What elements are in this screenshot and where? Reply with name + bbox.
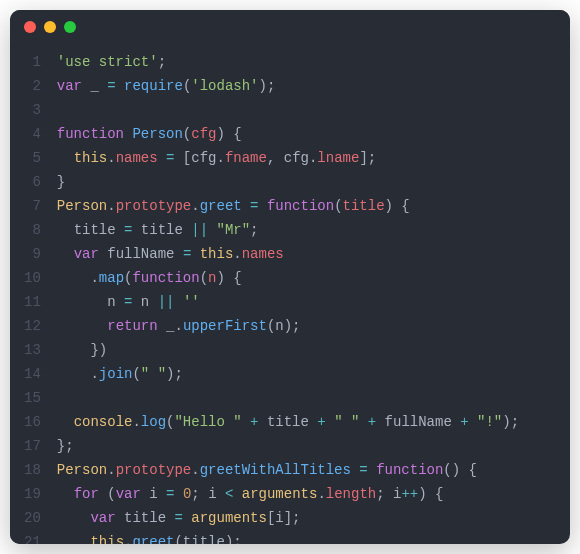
code-line: var _ = require('lodash'); — [57, 74, 556, 98]
code-token: Person — [57, 198, 107, 214]
code-token: ) { — [385, 198, 410, 214]
code-line: for (var i = 0; i < arguments.length; i+… — [57, 482, 556, 506]
code-line: this.names = [cfg.fname, cfg.lname]; — [57, 146, 556, 170]
code-token: + — [368, 414, 376, 430]
code-line: console.log("Hello " + title + " " + ful… — [57, 410, 556, 434]
code-token — [57, 534, 91, 544]
code-token — [116, 78, 124, 94]
code-token — [116, 222, 124, 238]
code-token: title — [124, 510, 166, 526]
code-token: return — [107, 318, 157, 334]
code-token: }; — [57, 438, 74, 454]
code-line: .join(" "); — [57, 362, 556, 386]
code-token: ( — [132, 366, 140, 382]
code-token: ( — [334, 198, 342, 214]
code-token — [116, 510, 124, 526]
line-number: 19 — [24, 482, 41, 506]
code-token — [116, 294, 124, 310]
minimize-icon[interactable] — [44, 21, 56, 33]
code-area: 123456789101112131415161718192021 'use s… — [10, 44, 570, 544]
code-token — [259, 414, 267, 430]
code-token: = — [250, 198, 258, 214]
code-token: title — [267, 414, 309, 430]
code-token: n — [141, 294, 149, 310]
line-number: 5 — [24, 146, 41, 170]
code-token: length — [326, 486, 376, 502]
code-token: var — [74, 246, 99, 262]
code-content[interactable]: 'use strict';var _ = require('lodash');f… — [49, 44, 570, 544]
close-icon[interactable] — [24, 21, 36, 33]
code-token: title — [141, 222, 183, 238]
code-token: arguments — [191, 510, 267, 526]
code-token — [57, 318, 107, 334]
code-token: = — [174, 510, 182, 526]
code-token: title — [74, 222, 116, 238]
code-token: || — [158, 294, 175, 310]
code-token: ; — [191, 486, 208, 502]
code-token: ( — [174, 534, 182, 544]
code-token — [158, 486, 166, 502]
code-token — [175, 486, 183, 502]
code-token: i — [208, 486, 216, 502]
code-token: 'use strict' — [57, 54, 158, 70]
code-token: map — [99, 270, 124, 286]
code-token: ); — [502, 414, 519, 430]
code-line: Person.prototype.greetWithAllTitles = fu… — [57, 458, 556, 482]
code-token: join — [99, 366, 133, 382]
code-line: var title = arguments[i]; — [57, 506, 556, 530]
code-token: . — [107, 462, 115, 478]
code-token — [233, 486, 241, 502]
code-token: ( — [200, 270, 208, 286]
code-token: var — [90, 510, 115, 526]
code-line: return _.upperFirst(n); — [57, 314, 556, 338]
line-number: 2 — [24, 74, 41, 98]
line-number: 14 — [24, 362, 41, 386]
code-token: function — [132, 270, 199, 286]
code-token: ); — [225, 534, 242, 544]
code-token: ; — [250, 222, 258, 238]
window-titlebar — [10, 10, 570, 44]
code-token: arguments — [242, 486, 318, 502]
code-token — [174, 246, 182, 262]
code-token — [149, 294, 157, 310]
code-token: i — [149, 486, 157, 502]
code-token: for — [74, 486, 99, 502]
zoom-icon[interactable] — [64, 21, 76, 33]
code-token — [359, 414, 367, 430]
code-token — [57, 222, 74, 238]
code-token: cfg — [284, 150, 309, 166]
line-number: 21 — [24, 530, 41, 544]
code-token: title — [343, 198, 385, 214]
code-token: n — [275, 318, 283, 334]
code-token: ); — [166, 366, 183, 382]
code-token: var — [57, 78, 82, 94]
code-token — [132, 294, 140, 310]
line-number: 13 — [24, 338, 41, 362]
code-token: function — [376, 462, 443, 478]
code-token — [57, 414, 74, 430]
code-token: || — [191, 222, 208, 238]
line-number: 1 — [24, 50, 41, 74]
code-token — [57, 246, 74, 262]
code-token: "Hello " — [174, 414, 241, 430]
code-token: Person — [57, 462, 107, 478]
line-number: 8 — [24, 218, 41, 242]
code-line: this.greet(title); — [57, 530, 556, 544]
code-token: ; — [158, 54, 166, 70]
code-token — [326, 414, 334, 430]
code-token — [469, 414, 477, 430]
code-token — [242, 198, 250, 214]
code-token: ) { — [418, 486, 443, 502]
code-token — [57, 486, 74, 502]
code-token — [259, 198, 267, 214]
code-token: + — [250, 414, 258, 430]
code-token: 'lodash' — [191, 78, 258, 94]
line-number: 18 — [24, 458, 41, 482]
code-token: "Mr" — [217, 222, 251, 238]
code-token: cfg — [191, 126, 216, 142]
code-token: + — [317, 414, 325, 430]
code-token: " " — [334, 414, 359, 430]
code-token: , — [267, 150, 284, 166]
line-number: 12 — [24, 314, 41, 338]
code-token: () { — [443, 462, 477, 478]
